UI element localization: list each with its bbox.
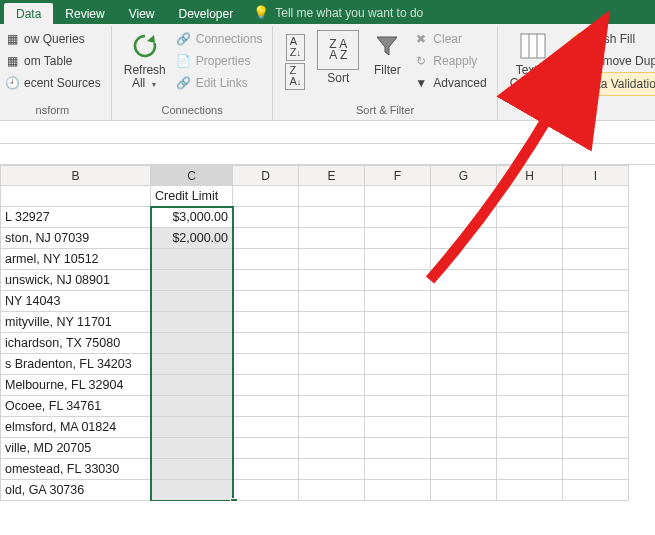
cell[interactable] (431, 312, 497, 333)
cell[interactable] (233, 333, 299, 354)
column-header-E[interactable]: E (299, 166, 365, 186)
cell[interactable] (233, 438, 299, 459)
cell[interactable] (497, 249, 563, 270)
cell[interactable] (365, 459, 431, 480)
cell[interactable] (151, 375, 233, 396)
cell[interactable] (497, 186, 563, 207)
column-header-G[interactable]: G (431, 166, 497, 186)
cell[interactable] (233, 417, 299, 438)
cell[interactable] (563, 186, 629, 207)
cell[interactable] (299, 228, 365, 249)
cell[interactable] (497, 480, 563, 501)
cell[interactable] (299, 249, 365, 270)
cell[interactable] (431, 459, 497, 480)
edit-links-button[interactable]: 🔗 Edit Links (172, 72, 267, 94)
cell[interactable] (497, 207, 563, 228)
cell[interactable] (365, 480, 431, 501)
cell[interactable] (563, 312, 629, 333)
tab-developer[interactable]: Developer (167, 3, 246, 24)
cell[interactable] (365, 333, 431, 354)
cell[interactable] (497, 333, 563, 354)
cell[interactable] (151, 270, 233, 291)
cell[interactable] (299, 375, 365, 396)
cell[interactable] (233, 186, 299, 207)
cell[interactable] (563, 354, 629, 375)
column-header-I[interactable]: I (563, 166, 629, 186)
from-table-button[interactable]: ▦ om Table (0, 50, 105, 72)
cell[interactable] (431, 291, 497, 312)
cell[interactable] (299, 270, 365, 291)
sort-button[interactable]: Z AA Z Sort (311, 28, 365, 98)
data-validation-button[interactable]: Data Validation (563, 72, 655, 96)
cell[interactable] (365, 186, 431, 207)
cell[interactable] (497, 438, 563, 459)
cell[interactable] (563, 249, 629, 270)
tab-view[interactable]: View (117, 3, 167, 24)
cell[interactable] (365, 270, 431, 291)
cell[interactable] (299, 417, 365, 438)
cell[interactable]: s Bradenton, FL 34203 (1, 354, 151, 375)
cell[interactable] (151, 291, 233, 312)
cell[interactable] (563, 375, 629, 396)
column-header-C[interactable]: C (151, 166, 233, 186)
cell[interactable] (299, 207, 365, 228)
cell[interactable] (563, 417, 629, 438)
cell[interactable] (563, 228, 629, 249)
cell[interactable] (151, 480, 233, 501)
cell[interactable]: omestead, FL 33030 (1, 459, 151, 480)
remove-duplicates-button[interactable]: ❌ Remove Duplicates (563, 50, 655, 72)
cell[interactable] (365, 228, 431, 249)
cell[interactable] (563, 333, 629, 354)
reapply-button[interactable]: ↻ Reapply (409, 50, 490, 72)
cell[interactable]: ville, MD 20705 (1, 438, 151, 459)
cell[interactable] (365, 396, 431, 417)
cell[interactable] (497, 459, 563, 480)
cell[interactable] (299, 438, 365, 459)
cell[interactable] (563, 291, 629, 312)
flash-fill-button[interactable]: ⚡ Flash Fill (563, 28, 655, 50)
cell[interactable] (563, 396, 629, 417)
cell[interactable] (151, 333, 233, 354)
cell[interactable] (299, 291, 365, 312)
advanced-button[interactable]: ▼ Advanced (409, 72, 490, 94)
cell[interactable] (563, 438, 629, 459)
cell[interactable] (233, 396, 299, 417)
cell[interactable] (365, 312, 431, 333)
cell[interactable] (299, 312, 365, 333)
cell[interactable] (497, 396, 563, 417)
cell[interactable] (299, 333, 365, 354)
worksheet-grid[interactable]: BCDEFGHI Credit LimitL 32927$3,000.00sto… (0, 165, 655, 501)
column-header-F[interactable]: F (365, 166, 431, 186)
cell[interactable] (365, 375, 431, 396)
cell[interactable] (497, 417, 563, 438)
cell[interactable] (151, 396, 233, 417)
cell[interactable]: old, GA 30736 (1, 480, 151, 501)
cell[interactable] (497, 312, 563, 333)
cell[interactable] (431, 186, 497, 207)
cell[interactable] (497, 375, 563, 396)
cell[interactable]: unswick, NJ 08901 (1, 270, 151, 291)
cell[interactable] (365, 417, 431, 438)
show-queries-button[interactable]: ▦ ow Queries (0, 28, 105, 50)
properties-button[interactable]: 📄 Properties (172, 50, 267, 72)
sort-az-button[interactable]: AZ↓ ZA↓ (279, 28, 311, 102)
cell[interactable] (299, 480, 365, 501)
cell[interactable] (233, 375, 299, 396)
cell[interactable] (431, 354, 497, 375)
cell[interactable] (365, 291, 431, 312)
cell[interactable]: $2,000.00 (151, 228, 233, 249)
tab-data[interactable]: Data (4, 3, 53, 24)
cell[interactable]: ston, NJ 07039 (1, 228, 151, 249)
cell[interactable] (431, 207, 497, 228)
cell[interactable] (233, 291, 299, 312)
cell[interactable] (497, 291, 563, 312)
cell[interactable]: $3,000.00 (151, 207, 233, 228)
cell[interactable]: ichardson, TX 75080 (1, 333, 151, 354)
cell[interactable] (563, 207, 629, 228)
cell[interactable] (563, 270, 629, 291)
cell[interactable] (233, 312, 299, 333)
cell[interactable] (299, 186, 365, 207)
cell[interactable] (151, 312, 233, 333)
cell[interactable] (431, 228, 497, 249)
filter-button[interactable]: Filter (365, 28, 409, 98)
